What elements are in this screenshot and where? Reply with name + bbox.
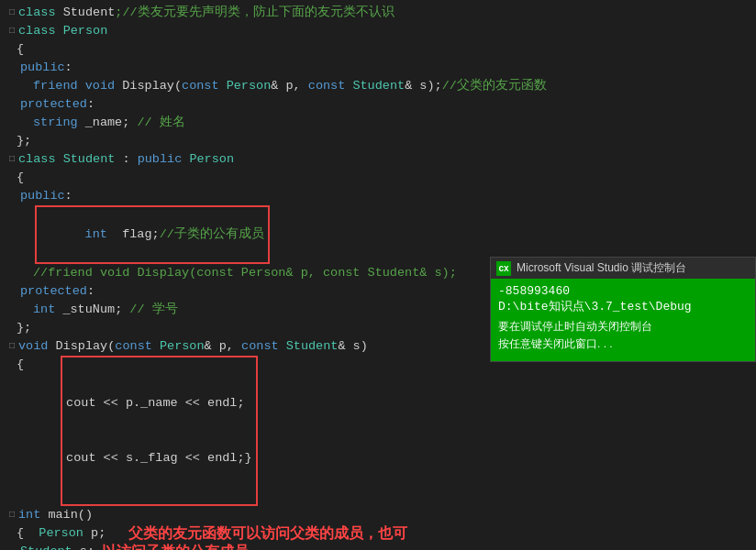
console-hint-line1: 要在调试停止时自动关闭控制台 — [498, 318, 748, 336]
collapse-icon-19[interactable]: □ — [7, 511, 17, 520]
code-line-20: { Person p; 父类的友元函数可以访问父类的成员，也可 — [0, 524, 756, 543]
collapse-icon-17[interactable]: □ — [7, 342, 17, 351]
code-line-3: { — [0, 40, 756, 59]
console-hint-line2: 按任意键关闭此窗口. . . — [498, 336, 748, 353]
console-body: -858993460 D:\bite知识点\3.7_test\Debug 要在调… — [491, 279, 755, 361]
collapse-icon-2[interactable]: □ — [7, 27, 17, 36]
code-line-11: public: — [0, 187, 756, 205]
console-output-line2: D:\bite知识点\3.7_test\Debug — [498, 298, 748, 314]
cout-line-1: cout << p._name << endl; — [62, 394, 256, 412]
code-line-12: int flag;//子类的公有成员 — [0, 205, 756, 264]
collapse-icon-1[interactable]: □ — [7, 8, 17, 17]
highlight-int-flag: int flag;//子类的公有成员 — [35, 205, 270, 264]
console-output-line1: -858993460 — [498, 284, 748, 298]
console-hint: 要在调试停止时自动关闭控制台 按任意键关闭此窗口. . . — [498, 318, 748, 353]
console-title: Microsoft Visual Studio 调试控制台 — [517, 260, 686, 276]
code-editor: □ class Student;//类友元要先声明类，防止下面的友元类不认识 □… — [0, 0, 756, 550]
code-line-9: □ class Student : public Person — [0, 150, 756, 169]
console-popup: cx Microsoft Visual Studio 调试控制台 -858993… — [490, 257, 756, 362]
code-line-5: friend void Display(const Person& p, con… — [0, 77, 756, 95]
code-line-18: { cout << p._name << endl; cout << s._fl… — [0, 356, 756, 506]
cout-highlight-box: cout << p._name << endl; cout << s._flag… — [61, 356, 258, 506]
code-line-7: string _name; // 姓名 — [0, 114, 756, 132]
code-line-19: □ int main() — [0, 506, 756, 524]
console-app-icon: cx — [496, 261, 511, 276]
code-line-6: protected: — [0, 95, 756, 114]
collapse-icon-9[interactable]: □ — [7, 155, 17, 164]
code-line-1: □ class Student;//类友元要先声明类，防止下面的友元类不认识 — [0, 4, 756, 22]
cout-line-2: cout << s._flag << endl;} — [62, 449, 256, 468]
code-line-4: public: — [0, 59, 756, 77]
code-line-21: Student s; 以访问子类的公有成员 — [0, 543, 756, 550]
code-line-10: { — [0, 169, 756, 187]
code-line-8: }; — [0, 132, 756, 150]
code-line-2: □ class Person — [0, 22, 756, 40]
console-titlebar: cx Microsoft Visual Studio 调试控制台 — [491, 258, 755, 279]
